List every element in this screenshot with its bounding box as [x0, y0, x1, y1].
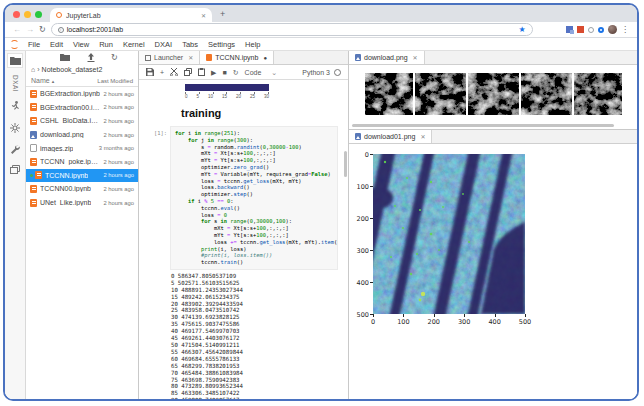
file-modified: 2 hours ago: [103, 172, 134, 178]
browser-tab[interactable]: JupyterLab ✕: [50, 8, 212, 22]
menu-view[interactable]: View: [68, 40, 94, 49]
breadcrumb: ⌂ › Notebook_dataset2: [26, 64, 138, 75]
file-row[interactable]: BGExtraction00.ipy…2 hours ago: [26, 101, 138, 115]
column-last-modified[interactable]: Last Modified: [97, 78, 133, 84]
code-cell-editor[interactable]: for i in range(251): for j in range(300)…: [170, 126, 338, 270]
notebook-content[interactable]: 051015202530 training [1]: for i in rang…: [139, 80, 348, 399]
screenshot-frame: JupyterLab ✕ + ← → ↻ i localhost:2001/la…: [3, 3, 639, 401]
close-icon[interactable]: ✕: [188, 54, 193, 61]
markdown-heading[interactable]: training: [181, 107, 348, 119]
new-folder-icon[interactable]: [60, 53, 70, 62]
figure-tick-label: 0: [185, 94, 188, 99]
dock-tab-bar: Launcher✕TCCNN.ipynb●: [139, 51, 348, 65]
menu-dxai[interactable]: DXAI: [150, 40, 178, 49]
save-icon[interactable]: [146, 68, 154, 77]
close-icon[interactable]: ✕: [413, 54, 418, 61]
run-cell-icon[interactable]: ▶: [211, 69, 216, 76]
tab-close-icon[interactable]: ✕: [201, 12, 206, 19]
copy-cells-icon[interactable]: [184, 68, 192, 77]
code-line: loss += tccnn.get_loss(mXt, mYt).item(): [175, 239, 333, 246]
file-row[interactable]: TCCNN00.ipynb2 hours ago: [26, 182, 138, 196]
y-axis-tick-mark: [370, 282, 373, 283]
upload-icon[interactable]: [87, 53, 95, 63]
new-tab-button[interactable]: +: [220, 9, 225, 19]
file-browser-toolbar: ↻: [26, 51, 138, 64]
site-info-icon[interactable]: i: [58, 27, 64, 33]
viewer-top-content: [349, 65, 637, 129]
kernel-indicator[interactable]: Python 3: [302, 69, 341, 76]
file-row[interactable]: CSHL_BioData.ipynb2 hours ago: [26, 114, 138, 128]
x-axis-tick-label: 300: [453, 318, 475, 326]
menu-file[interactable]: File: [23, 40, 45, 49]
tab-download-png[interactable]: download.png ✕: [349, 51, 425, 64]
jupyter-favicon-icon: [56, 12, 62, 18]
tab-tccnn-ipynb[interactable]: TCCNN.ipynb●: [200, 51, 274, 64]
menu-settings[interactable]: Settings: [203, 40, 240, 49]
menu-tabs[interactable]: Tabs: [177, 40, 203, 49]
close-window-button[interactable]: [13, 11, 20, 18]
home-icon[interactable]: ⌂: [31, 66, 35, 73]
file-modified: 2 hours ago: [103, 118, 134, 124]
menu-help[interactable]: Help: [240, 40, 265, 49]
minimize-window-button[interactable]: [24, 11, 31, 18]
url-input[interactable]: i localhost:2001/lab ★: [51, 23, 533, 36]
close-icon[interactable]: ✕: [420, 133, 425, 140]
notebook-scrollbar[interactable]: [344, 151, 347, 177]
browser-menu-icon[interactable]: ⋮: [621, 25, 629, 34]
cell-type-select[interactable]: Code ⌄: [245, 69, 278, 76]
extension-icon[interactable]: [598, 27, 604, 33]
file-row[interactable]: BGExtraction.ipynb2 hours ago: [26, 87, 138, 101]
column-name[interactable]: Name: [31, 77, 50, 84]
x-axis-tick-mark: [373, 314, 374, 317]
file-name: BGExtraction00.ipy…: [40, 104, 100, 111]
paste-cells-icon[interactable]: [198, 68, 205, 77]
file-row[interactable]: TCCNN.ipynb2 hours ago: [26, 169, 138, 183]
output-figure: 051015202530: [185, 84, 269, 99]
sort-caret-icon: ▴: [52, 78, 55, 84]
code-line: mYt = Yt[s:s+100,:,:,:]: [175, 157, 333, 164]
extension-icon[interactable]: [566, 26, 573, 33]
image-viewer-bottom: download01.png ✕: [349, 130, 637, 399]
code-line: optimizer.zero_grad(): [175, 164, 333, 171]
file-browser-icon[interactable]: [8, 54, 22, 67]
extension-icon[interactable]: [577, 26, 584, 33]
running-sessions-icon[interactable]: [8, 100, 22, 113]
file-name: UNet_Like.ipynb: [40, 199, 91, 206]
dirty-indicator-icon: ●: [263, 55, 267, 61]
zoom-window-button[interactable]: [35, 11, 42, 18]
profile-avatar[interactable]: [608, 25, 617, 34]
viewer-bottom-content: 01002003004005000100200300400500: [349, 144, 637, 399]
stop-kernel-icon[interactable]: ■: [222, 69, 226, 76]
code-line: loss.backward(): [175, 184, 333, 191]
forward-icon[interactable]: →: [26, 26, 34, 34]
menu-edit[interactable]: Edit: [45, 40, 68, 49]
notebook-panel: Launcher✕TCCNN.ipynb● + ▶ ■ ↻ Code ⌄ Pyt…: [139, 51, 349, 399]
breadcrumb-current-folder[interactable]: Notebook_dataset2: [42, 66, 103, 73]
code-line: optimizer.step(): [175, 191, 333, 198]
file-row[interactable]: UNet_Like.ipynb2 hours ago: [26, 196, 138, 210]
file-row[interactable]: download.png2 hours ago: [26, 128, 138, 142]
y-axis-tick-label: 400: [349, 279, 369, 287]
y-axis-tick-label: 100: [349, 183, 369, 191]
notebook-file-icon: [30, 90, 37, 98]
sidebar-tab-dxai[interactable]: DXAI: [12, 75, 19, 92]
open-tabs-icon[interactable]: [8, 163, 22, 176]
refresh-icon[interactable]: ↻: [111, 54, 118, 62]
menu-kernel[interactable]: Kernel: [118, 40, 150, 49]
extension-icon[interactable]: [588, 27, 594, 33]
file-row[interactable]: TCCNN_poke.ipynb2 hours ago: [26, 155, 138, 169]
menu-run[interactable]: Run: [94, 40, 118, 49]
tab-launcher[interactable]: Launcher✕: [139, 51, 200, 64]
restart-kernel-icon[interactable]: ↻: [233, 69, 239, 76]
bookmark-star-icon[interactable]: ★: [519, 26, 526, 34]
commands-icon[interactable]: [8, 121, 22, 134]
reload-icon[interactable]: ↻: [39, 26, 46, 34]
add-cell-icon[interactable]: +: [160, 69, 164, 76]
tab-download01-png[interactable]: download01.png ✕: [349, 130, 432, 143]
cut-cells-icon[interactable]: [170, 68, 178, 77]
file-row[interactable]: images.zip3 months ago: [26, 141, 138, 155]
matplotlib-plot: 01002003004005000100200300400500: [349, 144, 637, 399]
back-icon[interactable]: ←: [13, 26, 21, 34]
horizontal-scrollbar[interactable]: [352, 124, 614, 127]
property-inspector-icon[interactable]: [8, 142, 22, 155]
